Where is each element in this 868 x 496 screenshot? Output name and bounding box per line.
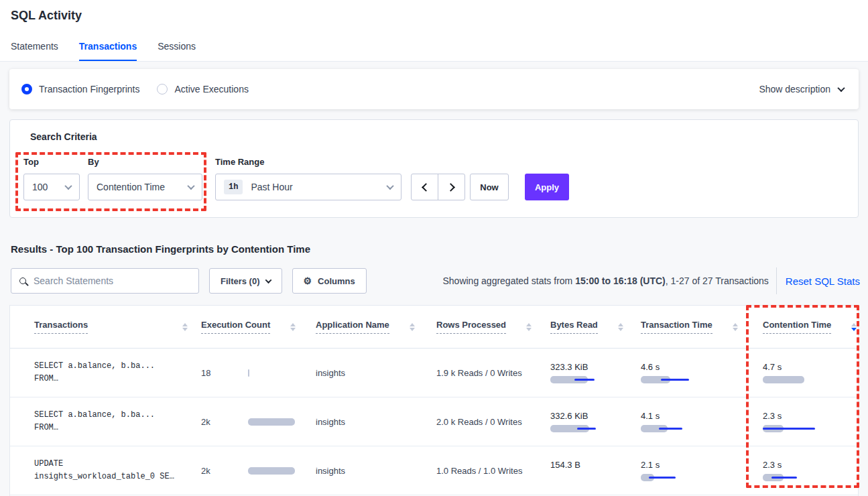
column-header-transactions[interactable]: Transactions: [10, 320, 201, 334]
chevron-down-icon: [837, 84, 845, 92]
chevron-right-icon: [446, 183, 455, 192]
chevron-left-icon: [422, 183, 430, 192]
table-row: SELECT a.balance, b.ba... FROM… 2k insig…: [10, 397, 858, 446]
rows-processed-cell: 1.0 Reads / 1.0 Writes: [436, 466, 550, 476]
contention-time-cell: 2.3 s: [763, 411, 858, 432]
bytes-read-cell: 154.3 B: [550, 460, 641, 481]
contention-time-cell: 4.7 s: [763, 362, 858, 383]
column-header-application-name[interactable]: Application Name: [316, 320, 436, 334]
column-header-bytes-read[interactable]: Bytes Read: [550, 320, 641, 334]
bytes-read-cell: 332.6 KiB: [550, 411, 641, 432]
radio-selected-icon: [21, 84, 32, 95]
execution-count-cell: 2k: [201, 417, 316, 427]
execution-count-bar: [248, 467, 295, 475]
transaction-time-cell: 2.1 s: [641, 460, 763, 481]
execution-count-value: 18: [201, 368, 248, 378]
results-heading: Results - Top 100 Transaction Fingerprin…: [11, 243, 310, 255]
now-button[interactable]: Now: [470, 174, 509, 200]
sql-text-line2: insights_workload_table_0 SE…: [34, 471, 201, 483]
gear-icon: ⚙: [304, 276, 312, 286]
contention-time-bar: [763, 376, 830, 383]
bytes-read-bar: [550, 474, 617, 481]
transaction-time-value: 2.1 s: [641, 460, 763, 470]
filters-button[interactable]: Filters (0): [209, 268, 282, 294]
by-label: By: [88, 157, 99, 167]
table-row: UPDATE insights_workload_table_0 SE… 2k …: [10, 446, 858, 495]
radio-active-executions[interactable]: Active Executions: [157, 84, 249, 95]
chevron-down-icon: [64, 182, 72, 190]
application-name-cell: insights: [316, 417, 436, 427]
contention-time-cell: 2.3 s: [763, 460, 858, 481]
bytes-read-value: 332.6 KiB: [550, 411, 641, 421]
search-criteria-panel: Search Criteria Top 100 By Contention Ti…: [9, 119, 859, 218]
top-select[interactable]: 100: [23, 174, 80, 200]
application-name-cell: insights: [316, 368, 436, 378]
time-range-value: Past Hour: [251, 182, 292, 192]
filters-button-label: Filters (0): [221, 276, 260, 286]
transaction-fingerprint-link[interactable]: UPDATE insights_workload_table_0 SE…: [10, 458, 201, 483]
page-header: SQL Activity Statements Transactions Ses…: [0, 0, 868, 62]
execution-count-cell: 2k: [201, 466, 316, 476]
next-time-button[interactable]: [438, 174, 464, 200]
rows-processed-cell: 2.0 k Reads / 0 Writes: [436, 417, 550, 427]
tab-bar: Statements Transactions Sessions: [11, 41, 196, 61]
by-select-value: Contention Time: [97, 182, 165, 192]
search-statements-input[interactable]: [34, 275, 190, 286]
contention-time-value: 4.7 s: [763, 362, 858, 372]
transaction-time-bar: [641, 474, 708, 481]
radio-unselected-icon: [157, 84, 168, 95]
time-range-select[interactable]: 1h Past Hour: [215, 174, 401, 200]
radio-label: Active Executions: [174, 84, 249, 95]
transaction-fingerprint-link[interactable]: SELECT a.balance, b.ba... FROM…: [10, 360, 201, 385]
transaction-time-bar: [641, 376, 708, 383]
tab-statements[interactable]: Statements: [11, 41, 58, 61]
results-toolbar: Filters (0) ⚙ Columns Showing aggregated…: [11, 268, 860, 294]
sql-text-line1: UPDATE: [34, 458, 201, 471]
transaction-fingerprint-link[interactable]: SELECT a.balance, b.ba... FROM…: [10, 409, 201, 434]
bytes-read-cell: 323.3 KiB: [550, 362, 641, 383]
show-description-toggle[interactable]: Show description: [759, 84, 844, 95]
apply-button[interactable]: Apply: [525, 174, 569, 200]
aggregated-stats-text: Showing aggregated stats from 15:00 to 1…: [442, 275, 768, 286]
search-statements-box: [11, 268, 199, 294]
reset-sql-stats-link[interactable]: Reset SQL Stats: [786, 275, 860, 287]
transactions-table: Transactions Execution Count Application…: [9, 305, 859, 496]
column-header-contention-time[interactable]: Contention Time: [763, 320, 858, 334]
chevron-down-icon: [265, 277, 271, 284]
columns-button[interactable]: ⚙ Columns: [292, 268, 367, 294]
execution-count-cell: 18: [201, 368, 316, 378]
bytes-read-bar: [550, 376, 617, 383]
application-name-cell: insights: [316, 466, 436, 476]
bytes-read-value: 154.3 B: [550, 460, 641, 470]
top-label: Top: [23, 157, 39, 167]
chevron-down-icon: [386, 182, 393, 190]
tab-sessions[interactable]: Sessions: [158, 41, 196, 61]
contention-time-value: 2.3 s: [763, 411, 858, 421]
time-range-badge: 1h: [224, 180, 243, 194]
search-criteria-heading: Search Criteria: [30, 131, 97, 142]
tab-transactions[interactable]: Transactions: [79, 41, 137, 61]
sort-arrows-icon: [290, 323, 296, 331]
execution-count-bar: [248, 418, 295, 426]
columns-button-label: Columns: [318, 276, 355, 286]
sort-arrows-icon: [182, 323, 188, 331]
page-title: SQL Activity: [11, 9, 82, 23]
contention-time-bar: [763, 425, 830, 432]
execution-count-bar: [248, 369, 249, 377]
transaction-time-cell: 4.1 s: [641, 411, 763, 432]
transaction-time-bar: [641, 425, 708, 432]
radio-transaction-fingerprints[interactable]: Transaction Fingerprints: [21, 84, 139, 95]
sql-text-line2: FROM…: [34, 373, 201, 385]
show-description-label: Show description: [759, 84, 830, 95]
previous-time-button[interactable]: [412, 174, 438, 200]
view-toggle-bar: Transaction Fingerprints Active Executio…: [9, 69, 859, 109]
bytes-read-value: 323.3 KiB: [550, 362, 641, 372]
search-icon: [19, 277, 26, 284]
column-header-rows-processed[interactable]: Rows Processed: [436, 320, 550, 334]
execution-count-value: 2k: [201, 466, 248, 476]
sort-arrows-icon: [410, 323, 415, 331]
by-select[interactable]: Contention Time: [88, 174, 202, 200]
column-header-transaction-time[interactable]: Transaction Time: [641, 320, 763, 334]
column-header-execution-count[interactable]: Execution Count: [201, 320, 316, 334]
stats-time-range: 15:00 to 16:18 (UTC): [575, 275, 666, 286]
